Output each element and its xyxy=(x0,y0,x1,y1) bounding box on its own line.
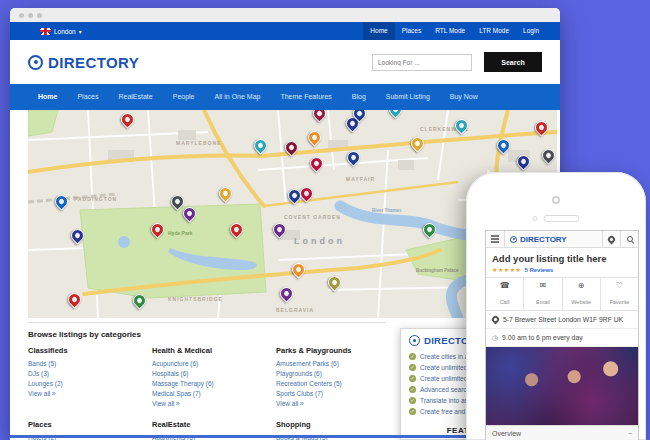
map-pin[interactable] xyxy=(542,149,556,168)
topbar-menu-item[interactable]: LTR Mode xyxy=(472,22,516,40)
category-link[interactable]: Amusement Parks (6) xyxy=(276,359,386,369)
map-view-button[interactable] xyxy=(602,231,620,247)
map-pin[interactable] xyxy=(55,195,69,214)
action-button[interactable]: ✉ Email xyxy=(524,278,562,310)
nav-item[interactable]: Places xyxy=(67,84,108,110)
pin-dot-icon xyxy=(350,154,357,161)
map-pin[interactable] xyxy=(292,263,306,282)
nav-item[interactable]: Buy Now xyxy=(440,84,488,110)
reviews-link[interactable]: 5 Reviews xyxy=(524,267,553,273)
category-link[interactable]: Acupuncture (6) xyxy=(152,359,262,369)
mobile-brand: DIRECTORY xyxy=(520,235,567,244)
category-link[interactable]: Sports Clubs (7) xyxy=(276,389,386,399)
map-pin[interactable] xyxy=(389,110,403,122)
uk-flag-icon xyxy=(40,28,51,35)
pin-shape xyxy=(118,110,136,128)
map-pin[interactable] xyxy=(300,187,314,206)
overview-header[interactable]: Overview − xyxy=(486,425,638,440)
map-pin[interactable] xyxy=(273,223,287,242)
map-pin-icon xyxy=(607,234,617,244)
search-button[interactable]: Search xyxy=(484,52,542,72)
map-pin[interactable] xyxy=(411,137,425,156)
category-links: Bands (5) DJs (3) Lounges (2) View all » xyxy=(28,359,138,399)
map-pin[interactable] xyxy=(280,287,294,306)
action-label: Email xyxy=(536,299,550,305)
city-label: London xyxy=(54,28,76,35)
nav-item[interactable]: RealEstate xyxy=(108,84,162,110)
map-pin[interactable] xyxy=(313,110,327,126)
category-link[interactable]: Recreation Centers (5) xyxy=(276,379,386,389)
mobile-logo[interactable]: DIRECTORY xyxy=(505,231,602,247)
map-pin[interactable] xyxy=(497,139,511,158)
listing-photo[interactable] xyxy=(486,347,638,425)
topbar-menu-item[interactable]: Login xyxy=(516,22,546,40)
map-pin[interactable] xyxy=(68,293,82,312)
map-pin[interactable] xyxy=(535,121,549,140)
category-link[interactable]: Medical Spas (7) xyxy=(152,389,262,399)
map-pin[interactable] xyxy=(308,131,322,150)
category-link[interactable]: Hospitals (6) xyxy=(152,369,262,379)
map-pin[interactable] xyxy=(288,189,302,208)
nav-item[interactable]: People xyxy=(163,84,205,110)
map-pin[interactable] xyxy=(455,119,469,138)
nav-item[interactable]: Blog xyxy=(342,84,376,110)
top-utility-bar: London ▾ Home Places RTL Mode LTR Mode L… xyxy=(10,22,560,40)
nav-item[interactable]: Theme Features xyxy=(270,84,341,110)
window-control-dot[interactable] xyxy=(19,13,24,18)
category-link[interactable]: View all » xyxy=(276,399,386,409)
map-pin[interactable] xyxy=(133,294,147,313)
nav-item[interactable]: Home xyxy=(28,84,67,110)
pin-dot-icon xyxy=(414,140,421,147)
category-link[interactable]: View all » xyxy=(28,389,138,399)
action-button[interactable]: ♡ Favorite xyxy=(601,278,638,310)
map-pin[interactable] xyxy=(71,229,85,248)
star-rating-icon: ★★★★★ xyxy=(492,266,521,273)
action-icon: ☎ xyxy=(486,281,523,290)
categories-section: Browse listings by categories Classified… xyxy=(28,322,386,440)
category-column: Classifieds Bands (5) DJs (3) Lounges (2… xyxy=(28,346,138,409)
hamburger-menu-button[interactable] xyxy=(486,231,505,247)
pin-shape xyxy=(216,184,234,202)
topbar-menu-item[interactable]: Places xyxy=(395,22,429,40)
map-pin[interactable] xyxy=(121,113,135,132)
action-button[interactable]: ☎ Call xyxy=(486,278,524,310)
map-pin[interactable] xyxy=(328,276,342,295)
topbar-menu-item[interactable]: RTL Mode xyxy=(428,22,472,40)
category-link[interactable]: DJs (3) xyxy=(28,369,138,379)
map-pin[interactable] xyxy=(423,223,437,242)
map-pin[interactable] xyxy=(151,223,165,242)
category-link[interactable]: View all » xyxy=(152,399,262,409)
map-pin[interactable] xyxy=(230,223,244,242)
window-control-dot[interactable] xyxy=(28,13,33,18)
map-pin[interactable] xyxy=(310,157,324,176)
chevron-down-icon: ▾ xyxy=(79,28,82,35)
map-pin[interactable] xyxy=(219,187,233,206)
category-link[interactable]: Bands (5) xyxy=(28,359,138,369)
collapse-icon[interactable]: − xyxy=(628,430,632,437)
pin-dot-icon xyxy=(276,226,283,233)
topbar-menu-item[interactable]: Home xyxy=(363,22,394,40)
window-control-dot[interactable] xyxy=(37,13,42,18)
city-selector[interactable]: London ▾ xyxy=(40,28,82,35)
category-link[interactable]: Playgrounds (6) xyxy=(276,369,386,379)
nav-item[interactable]: Submit Listing xyxy=(376,84,440,110)
search-input[interactable] xyxy=(372,54,472,71)
site-logo[interactable]: DIRECTORY xyxy=(28,54,139,71)
map-area-label: River Thames xyxy=(372,208,402,213)
map-pin[interactable] xyxy=(347,151,361,170)
action-label: Call xyxy=(500,299,509,305)
map-pin[interactable] xyxy=(353,110,367,126)
pin-shape xyxy=(452,116,470,134)
category-link[interactable]: Lounges (2) xyxy=(28,379,138,389)
map-pin[interactable] xyxy=(285,141,299,160)
pin-dot-icon xyxy=(154,226,161,233)
category-link[interactable]: Massage Therapy (6) xyxy=(152,379,262,389)
pin-dot-icon xyxy=(186,210,193,217)
action-button[interactable]: ⊕ Website xyxy=(563,278,601,310)
map-pin[interactable] xyxy=(254,139,268,158)
pin-shape xyxy=(277,284,295,302)
mobile-search-button[interactable] xyxy=(620,231,638,247)
map-pin[interactable] xyxy=(183,207,197,226)
nav-item[interactable]: All in One Map xyxy=(205,84,271,110)
logo-pin-icon xyxy=(409,335,420,346)
